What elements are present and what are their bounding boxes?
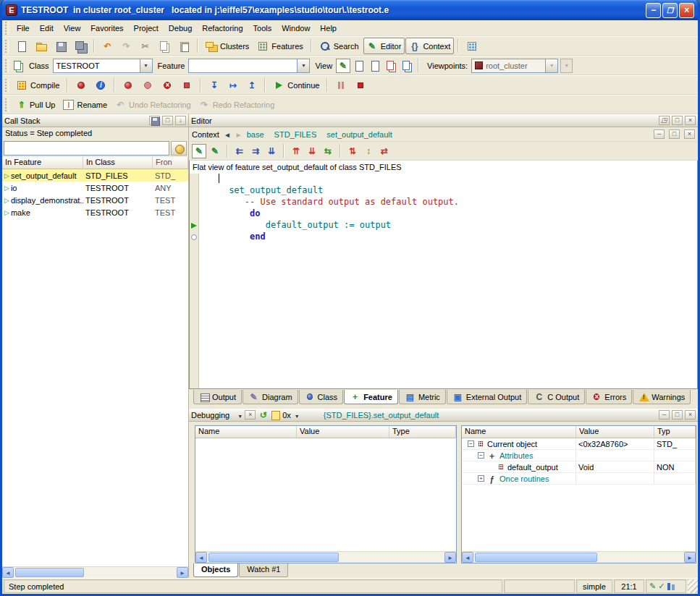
call-stack-row[interactable]: ▷set_output_defaultSTD_FILESSTD_ <box>2 169 188 182</box>
show-breakpoints-button[interactable] <box>177 77 196 93</box>
close-context-icon[interactable] <box>684 129 695 139</box>
history-forward-icon[interactable] <box>235 130 243 139</box>
tab-warnings[interactable]: Warnings <box>633 390 691 404</box>
column-header[interactable]: In Class <box>83 157 153 169</box>
column-header[interactable]: Type <box>389 426 456 438</box>
enable-breakpoints-button[interactable] <box>119 77 138 93</box>
descendants-button[interactable]: ⇊ <box>305 144 319 158</box>
hex-dropdown-icon[interactable] <box>293 411 300 420</box>
tab-output[interactable]: Output <box>193 390 242 404</box>
context-button[interactable]: {}Context <box>405 38 454 54</box>
pause-button[interactable] <box>332 77 350 93</box>
debugging-menu-icon[interactable] <box>236 411 243 420</box>
tree-expander[interactable]: + <box>478 475 484 482</box>
step-over-button[interactable]: ↦ <box>224 77 242 93</box>
menu-file[interactable]: File <box>12 22 35 35</box>
column-header[interactable]: Fron <box>153 157 188 169</box>
breadcrumb-link[interactable]: base <box>247 130 264 139</box>
editor-button[interactable]: ✎Editor <box>363 38 405 54</box>
tab-class[interactable]: Class <box>299 390 344 404</box>
cut-button[interactable]: ✂ <box>136 38 154 54</box>
code-line[interactable]: set_output_default <box>203 185 697 197</box>
close-button[interactable] <box>679 3 694 18</box>
diagram-tool-button[interactable] <box>463 38 481 54</box>
maximize-context-icon[interactable] <box>669 129 680 139</box>
hex-format-icon[interactable] <box>271 410 280 420</box>
compile-button[interactable]: Compile <box>12 77 63 93</box>
callers-button[interactable]: ⇇ <box>232 144 247 158</box>
resize-grip[interactable] <box>688 579 698 593</box>
undo-button[interactable]: ↶ <box>98 38 117 54</box>
exception-handling-icon[interactable]: ↺ <box>258 409 269 421</box>
menu-edit[interactable]: Edit <box>35 22 59 35</box>
menu-project[interactable]: Project <box>129 22 164 35</box>
code-line[interactable]: default_output := output <box>203 220 697 231</box>
close-debug-icon[interactable] <box>685 410 696 420</box>
new-document-button[interactable] <box>12 38 31 54</box>
menu-tools[interactable]: Tools <box>248 22 277 35</box>
ancestor-versions-button[interactable]: ↕ <box>361 144 376 158</box>
code-line[interactable]: do <box>203 208 697 220</box>
undo-refactoring-button[interactable]: ↶Undo Refactoring <box>111 96 195 113</box>
menu-favorites[interactable]: Favorites <box>85 22 128 35</box>
features-button[interactable]: Features <box>253 38 306 54</box>
column-header[interactable]: Typ <box>654 426 696 438</box>
drop-target-icon[interactable] <box>171 141 187 156</box>
scroll-right-icon[interactable] <box>444 552 456 563</box>
column-header[interactable]: Name <box>195 426 297 438</box>
minimize-debug-icon[interactable] <box>659 410 670 420</box>
column-header[interactable]: Name <box>462 426 576 438</box>
scroll-thumb[interactable] <box>15 568 84 577</box>
close-editor-icon[interactable] <box>685 116 696 125</box>
scroll-thumb[interactable] <box>475 553 597 562</box>
restore-button[interactable] <box>662 3 678 18</box>
call-stack-row[interactable]: ▷makeTESTROOTTEST <box>2 206 188 218</box>
tree-expander[interactable]: − <box>468 440 474 447</box>
view-interface-button[interactable] <box>384 59 398 73</box>
copy-button[interactable] <box>155 38 174 54</box>
callees-button[interactable]: ⇉ <box>248 144 263 158</box>
object-tree-row[interactable]: +ƒOnce routines <box>462 473 696 485</box>
object-tree-row[interactable]: default_outputVoidNON <box>462 461 696 473</box>
toolbar-grip[interactable] <box>5 98 9 111</box>
editor-body[interactable]: Flat view of feature set_output_default … <box>189 161 698 389</box>
menu-help[interactable]: Help <box>315 22 342 35</box>
viewpoints-combobox[interactable]: root_cluster <box>471 59 558 73</box>
pull-up-button[interactable]: ⇑Pull Up <box>12 96 59 113</box>
menu-grip[interactable] <box>5 22 9 35</box>
class-combobox-arrow-icon[interactable] <box>140 59 152 72</box>
feature-combobox-arrow-icon[interactable] <box>297 59 309 72</box>
scroll-thumb[interactable] <box>208 553 339 562</box>
scroll-right-icon[interactable] <box>177 567 188 578</box>
save-button[interactable] <box>51 38 70 54</box>
tab-c-output[interactable]: CC Output <box>528 390 585 404</box>
breadcrumb-link[interactable]: STD_FILES <box>274 130 317 139</box>
call-stack-row[interactable]: ▷ioTESTROOTANY <box>2 182 188 194</box>
save-all-button[interactable] <box>71 38 90 54</box>
code-area[interactable]: set_output_default -- Use standard outpu… <box>200 174 697 388</box>
tab-errors[interactable]: Errors <box>586 390 632 404</box>
class-combobox[interactable]: TESTROOT <box>53 59 153 73</box>
tree-expander[interactable]: − <box>478 452 484 459</box>
scroll-left-icon[interactable] <box>2 567 14 578</box>
call-stack-filter-input[interactable] <box>4 141 169 156</box>
current-line-icon[interactable] <box>191 223 197 229</box>
code-line[interactable]: -- Use standard output as default output… <box>203 197 697 208</box>
float-editor-icon[interactable] <box>659 116 670 125</box>
stop-button[interactable] <box>351 77 370 93</box>
scroll-track[interactable] <box>207 552 444 563</box>
clients-button[interactable]: ⇆ <box>321 144 335 158</box>
paste-button[interactable] <box>174 38 193 54</box>
open-button[interactable] <box>32 38 51 54</box>
menu-refactoring[interactable]: Refactoring <box>197 22 248 35</box>
minimize-context-icon[interactable] <box>654 129 665 139</box>
viewpoints-combobox-arrow-icon[interactable] <box>545 59 557 72</box>
search-button[interactable]: Search <box>316 38 363 54</box>
scroll-left-icon[interactable] <box>462 552 473 563</box>
object-tree-row[interactable]: −+Attributes <box>462 450 696 461</box>
ancestors-button[interactable]: ⇈ <box>289 144 303 158</box>
column-header[interactable]: Value <box>297 426 389 438</box>
menu-view[interactable]: View <box>59 22 86 35</box>
breadcrumb-link[interactable]: set_output_default <box>326 130 392 139</box>
scroll-track[interactable] <box>473 552 684 563</box>
